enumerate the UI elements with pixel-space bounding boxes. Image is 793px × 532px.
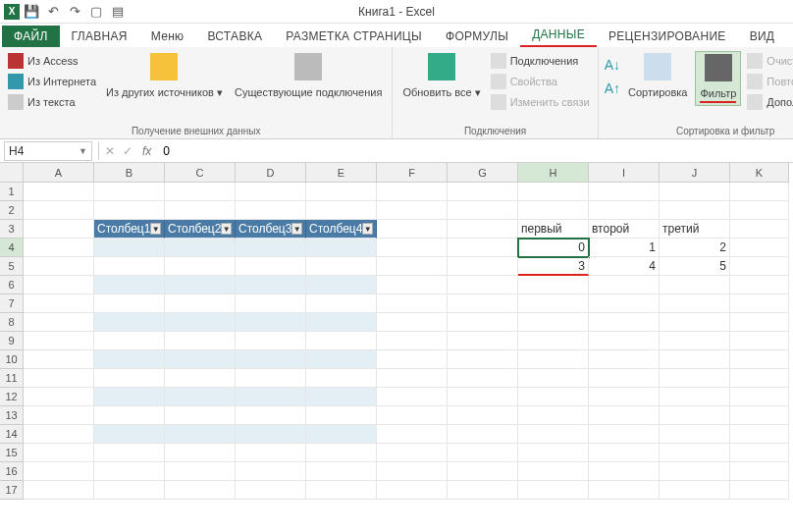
cell[interactable] [165,481,236,500]
cell[interactable] [518,201,589,220]
cell[interactable] [589,183,660,201]
advanced-button[interactable]: Дополнительно [745,92,793,112]
cell[interactable] [518,276,589,294]
cell[interactable] [730,388,789,406]
cell[interactable] [165,462,236,481]
cell[interactable] [377,201,448,220]
col-header[interactable]: H [518,163,589,183]
from-web-button[interactable]: Из Интернета [6,72,98,91]
cell[interactable]: 3 [518,257,589,276]
filter-dropdown-icon[interactable]: ▼ [291,223,302,235]
cell[interactable] [24,406,94,425]
edit-links-button[interactable]: Изменить связи [489,92,592,112]
connections-button[interactable]: Подключения [489,51,592,71]
cell[interactable] [306,369,377,388]
cell[interactable] [165,201,236,220]
cell[interactable] [589,425,660,444]
cell[interactable] [24,444,94,462]
cell[interactable] [730,201,789,220]
cell[interactable] [24,313,94,332]
cell[interactable] [306,183,377,201]
col-header[interactable]: G [448,163,518,183]
cell[interactable] [165,294,236,313]
cell[interactable]: 0 [518,239,589,257]
redo-icon[interactable]: ↷ [67,4,82,20]
cell[interactable] [377,481,448,500]
cell[interactable] [306,350,377,369]
cell[interactable]: 1 [589,239,660,257]
cell[interactable] [730,350,789,369]
cell[interactable] [94,462,165,481]
sort-desc-icon[interactable]: A↑ [605,80,620,96]
cell[interactable] [448,481,518,500]
from-access-button[interactable]: Из Access [6,51,98,71]
cell[interactable] [306,388,377,406]
cell[interactable] [236,201,306,220]
cell[interactable] [518,183,589,201]
cell[interactable]: третий [660,220,730,239]
open-icon[interactable]: ▤ [110,4,126,20]
cell[interactable] [448,239,518,257]
cell[interactable] [24,462,94,481]
cell[interactable] [730,425,789,444]
cell[interactable] [377,220,448,239]
sort-asc-icon[interactable]: A↓ [605,57,620,73]
cell[interactable] [518,369,589,388]
fx-icon[interactable]: fx [136,144,157,158]
cell[interactable] [24,332,94,350]
cell[interactable] [24,481,94,500]
cell[interactable]: 5 [660,257,730,276]
cell[interactable] [24,425,94,444]
cell[interactable] [94,183,165,201]
cell[interactable] [236,276,306,294]
cell[interactable] [24,388,94,406]
tab-view[interactable]: ВИД [738,26,787,47]
cell[interactable] [165,350,236,369]
cell[interactable]: 2 [660,239,730,257]
cell[interactable] [448,369,518,388]
cell[interactable] [24,239,94,257]
cell[interactable] [236,239,306,257]
other-sources-button[interactable]: Из других источников ▾ [102,51,227,101]
tab-insert[interactable]: ВСТАВКА [195,26,274,47]
cell[interactable] [377,406,448,425]
col-header[interactable]: D [236,163,306,183]
cell[interactable] [306,257,377,276]
cell[interactable] [448,332,518,350]
cell[interactable] [24,257,94,276]
cell[interactable] [94,313,165,332]
cell[interactable] [660,183,730,201]
cell[interactable] [377,332,448,350]
cell[interactable] [518,350,589,369]
cell[interactable] [94,294,165,313]
cell[interactable] [165,369,236,388]
cell[interactable] [448,444,518,462]
cell[interactable] [165,444,236,462]
cell[interactable] [377,425,448,444]
col-header[interactable]: B [94,163,165,183]
cell[interactable] [236,406,306,425]
cell[interactable] [236,388,306,406]
col-header[interactable]: J [660,163,730,183]
tab-formulas[interactable]: ФОРМУЛЫ [434,26,520,47]
cell[interactable] [589,350,660,369]
cell[interactable] [377,313,448,332]
cell[interactable] [730,444,789,462]
cell[interactable] [448,257,518,276]
cell[interactable] [236,183,306,201]
cell[interactable] [306,481,377,500]
row-header[interactable]: 10 [0,350,24,369]
undo-icon[interactable]: ↶ [45,4,61,20]
row-header[interactable]: 5 [0,257,24,276]
tab-data[interactable]: ДАННЫЕ [520,24,597,47]
cell[interactable] [94,201,165,220]
cell[interactable] [589,444,660,462]
cell[interactable] [518,481,589,500]
cell[interactable] [306,276,377,294]
cell[interactable] [448,406,518,425]
cell[interactable] [730,481,789,500]
cell[interactable] [236,313,306,332]
filter-dropdown-icon[interactable]: ▼ [150,223,161,235]
cell[interactable] [589,388,660,406]
cell[interactable] [518,462,589,481]
